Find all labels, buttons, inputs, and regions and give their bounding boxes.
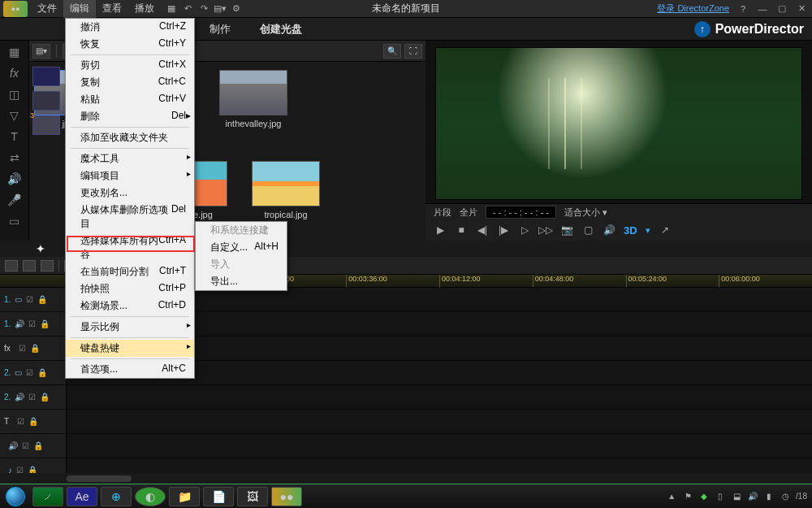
mini-thumb[interactable] [32, 91, 60, 111]
timeline-track[interactable]: ♪☑🔒 [0, 458, 812, 473]
media-room-icon[interactable]: ▦ [6, 46, 23, 59]
menu-snapshot[interactable]: 拍快照Ctrl+P [66, 280, 194, 297]
tool-icon-2[interactable]: ↶ [182, 3, 193, 15]
tray-clock-icon[interactable]: ◷ [780, 491, 791, 502]
track-header[interactable]: T☑🔒 [0, 410, 67, 433]
minimize-icon[interactable]: — [757, 3, 768, 15]
display-options-button[interactable]: ▢ [581, 224, 594, 237]
menu-edit[interactable]: 编辑 [63, 0, 96, 18]
gear-icon[interactable]: ⚙ [231, 3, 242, 15]
menu-preferences[interactable]: 首选项...Alt+C [66, 361, 194, 378]
transition-room-icon[interactable]: ⇄ [6, 151, 23, 164]
start-button[interactable] [2, 486, 29, 507]
track-header[interactable]: 1.▭☑🔒 [0, 288, 67, 311]
menu-keyboard-hotkeys[interactable]: 键盘热键 [66, 340, 194, 357]
mini-thumb-3d[interactable]: 3 [32, 115, 60, 135]
track-header[interactable]: 2.▭☑🔒 [0, 361, 67, 384]
tray-volume-icon[interactable]: 🔊 [747, 491, 758, 502]
menu-show-ratio[interactable]: 显示比例 [66, 319, 194, 336]
expand-icon[interactable]: ⛶ [404, 44, 422, 59]
taskbar-app-5[interactable]: 📁 [169, 487, 200, 506]
taskbar-app-1[interactable]: ⟋ [32, 487, 63, 506]
timeline-scrollbar[interactable] [0, 473, 812, 484]
menu-cut[interactable]: 剪切Ctrl+X [66, 57, 194, 74]
next-frame-button[interactable]: |▶ [497, 224, 510, 237]
taskbar-app-8[interactable]: ●● [271, 487, 302, 506]
taskbar-app-4[interactable]: ◐ [135, 487, 166, 506]
tray-battery-icon[interactable]: ▮ [763, 491, 775, 502]
particle-room-icon[interactable]: ▽ [6, 109, 23, 122]
undock-button[interactable]: ↗ [659, 224, 672, 237]
taskbar-app-6[interactable]: 📄 [203, 487, 234, 506]
tool-icon-4[interactable]: ▤▾ [214, 3, 226, 15]
menu-remove-media[interactable]: 从媒体库删除所选项目Del [66, 202, 194, 232]
help-icon[interactable]: ? [737, 3, 749, 15]
track-header[interactable]: fx☑🔒 [0, 336, 67, 360]
menu-select-all[interactable]: 选择媒体库所有内容Ctrl+A [66, 232, 194, 263]
menu-paste[interactable]: 粘贴Ctrl+V [66, 91, 194, 108]
tray-icon[interactable]: ▲ [666, 491, 677, 502]
menu-file[interactable]: 文件 [31, 0, 63, 18]
tab-create-disc[interactable]: 创建光盘 [245, 17, 317, 41]
pip-room-icon[interactable]: ◫ [6, 88, 23, 101]
voice-room-icon[interactable]: 🎤 [6, 193, 23, 206]
close-icon[interactable]: ✕ [796, 3, 807, 15]
taskbar-app-2[interactable]: Ae [67, 487, 97, 506]
title-room-icon[interactable]: T [6, 130, 23, 143]
menu-undo[interactable]: 撤消Ctrl+Z [66, 19, 194, 36]
play-button[interactable]: ▶ [434, 224, 447, 237]
step-out-button[interactable]: ▷ [518, 224, 531, 237]
track-header[interactable]: ♪☑🔒 [0, 458, 67, 473]
tray-shield-icon[interactable]: ◆ [698, 491, 710, 502]
tab-produce[interactable]: 制作 [195, 17, 245, 41]
menu-delete[interactable]: 删除Del▸ [66, 108, 194, 125]
menu-detect-scene[interactable]: 检测场景...Ctrl+D [66, 297, 194, 315]
snapshot-button[interactable]: 📷 [560, 224, 573, 237]
menu-play[interactable]: 播放 [128, 0, 161, 18]
maximize-icon[interactable]: ▢ [776, 3, 788, 15]
audio-room-icon[interactable]: 🔊 [6, 172, 23, 185]
storyboard-view-button[interactable] [23, 260, 36, 271]
movie-mode-button[interactable]: 全片 [460, 206, 477, 219]
timeline-track[interactable]: T☑🔒 [0, 410, 812, 434]
directorzone-link[interactable]: 登录 DirectorZone [657, 2, 729, 15]
menu-redo[interactable]: 恢复Ctrl+Y [66, 36, 194, 53]
track-manager-button[interactable] [41, 260, 54, 271]
media-thumb[interactable]: inthevalley.jpg [219, 70, 287, 128]
tray-network-icon[interactable]: ▯ [715, 491, 726, 502]
track-header[interactable]: 2.🔊☑🔒 [0, 385, 67, 409]
track-header[interactable]: 1.🔊☑🔒 [0, 312, 67, 336]
tool-icon-1[interactable]: ▦ [166, 3, 177, 15]
tool-icon-3[interactable]: ↷ [198, 3, 209, 15]
search-icon[interactable]: 🔍 [383, 44, 401, 59]
menu-view[interactable]: 查看 [96, 0, 128, 18]
taskbar-app-3[interactable]: ⊕ [101, 487, 132, 506]
clip-mode-button[interactable]: 片段 [434, 206, 451, 219]
submenu-custom[interactable]: 自定义...Alt+H [196, 239, 287, 256]
tray-action-icon[interactable]: ⬓ [731, 491, 742, 502]
media-thumb[interactable]: tropical.jpg [252, 161, 320, 219]
prev-frame-button[interactable]: ◀| [476, 224, 489, 237]
menu-split[interactable]: 在当前时间分割Ctrl+T [66, 263, 194, 280]
track-header[interactable]: 🔊☑🔒 [0, 434, 67, 458]
volume-button[interactable]: 🔊 [603, 224, 615, 237]
menu-magic-tools[interactable]: 魔术工具 [66, 150, 194, 167]
import-button[interactable]: ▤▾ [32, 44, 50, 59]
fx-room-icon[interactable]: fx [6, 67, 23, 80]
taskbar-app-7[interactable]: 🖼 [237, 487, 268, 506]
timeline-view-button[interactable] [5, 260, 18, 271]
preview-display[interactable] [435, 47, 802, 200]
fast-forward-button[interactable]: ▷▷ [539, 224, 552, 237]
menu-add-favorite[interactable]: 添加至收藏夹文件夹 [66, 129, 194, 146]
magic-icon[interactable]: ✦ [36, 242, 45, 255]
mini-thumb[interactable] [32, 67, 60, 86]
menu-edit-project[interactable]: 编辑项目 [66, 167, 194, 185]
3d-button[interactable]: 3D [624, 224, 637, 237]
menu-copy[interactable]: 复制Ctrl+C [66, 74, 194, 91]
timeline-track[interactable]: 🔊☑🔒 [0, 434, 812, 458]
tray-flag-icon[interactable]: ⚑ [682, 491, 693, 502]
menu-rename[interactable]: 更改别名... [66, 185, 194, 202]
stop-button[interactable]: ■ [455, 224, 468, 237]
submenu-export[interactable]: 导出... [196, 273, 287, 290]
timeline-track[interactable]: 2.🔊☑🔒 [0, 385, 812, 410]
